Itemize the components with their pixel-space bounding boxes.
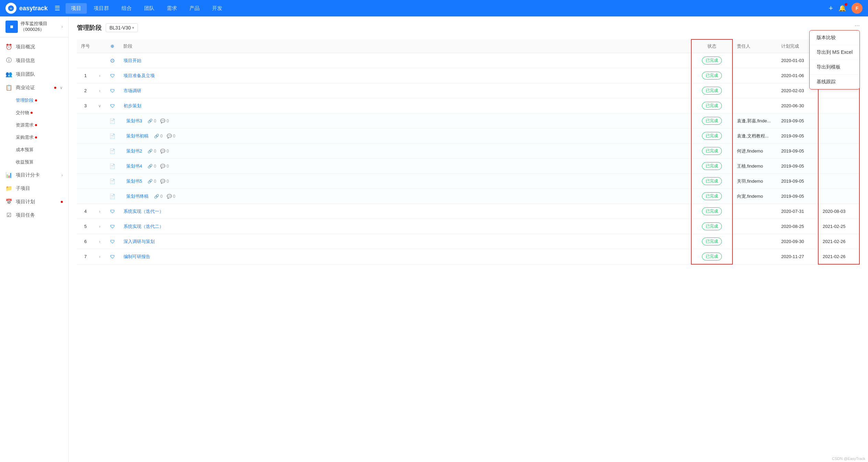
sidebar-sub-item-revenue[interactable]: 收益预算 — [0, 156, 68, 168]
sidebar-sub-item-resource[interactable]: 资源需求 — [0, 119, 68, 131]
cell-stage: 策划书3 🔗 0 💬 0 — [119, 113, 691, 129]
cell-planned: 2020-07-31 — [777, 204, 818, 219]
user-avatar[interactable]: F — [852, 3, 863, 14]
nav-item-requirements[interactable]: 需求 — [161, 3, 183, 14]
sidebar-sub-item-delivery[interactable]: 交付物 — [0, 107, 68, 119]
cell-version: 2020-08-03 — [818, 204, 859, 219]
sidebar-item-business[interactable]: 📋 商业论证 ∨ — [0, 81, 68, 94]
cell-expand: › — [94, 68, 105, 83]
add-button[interactable]: + — [829, 4, 833, 13]
cell-expand — [94, 113, 105, 129]
expand-icon[interactable]: › — [99, 88, 101, 93]
cell-status: 已完成 — [691, 129, 732, 144]
menu-item-version-compare[interactable]: 版本比较 — [810, 31, 859, 45]
status-badge: 已完成 — [702, 177, 722, 185]
shield-icon: 🛡 — [110, 103, 115, 109]
sidebar-item-plan[interactable]: 📅 项目计划 — [0, 195, 68, 208]
expand-icon[interactable]: › — [99, 239, 101, 244]
stage-name[interactable]: 系统实现（迭代二） — [124, 224, 164, 229]
menu-item-export-template[interactable]: 导出到模板 — [810, 60, 859, 75]
status-badge: 已完成 — [702, 102, 722, 110]
sidebar-label-tasks: 项目任务 — [16, 212, 63, 218]
cell-planned: 2019-09-05 — [777, 174, 818, 189]
stage-name[interactable]: 策划书5 — [124, 179, 142, 184]
nav-item-project[interactable]: 项目 — [66, 3, 87, 14]
nav-item-program[interactable]: 项目群 — [88, 3, 115, 14]
sidebar-item-info[interactable]: ⓘ 项目信息 — [0, 53, 68, 68]
expand-icon[interactable]: › — [99, 254, 101, 259]
sidebar-sub-item-purchase[interactable]: 采购需求 — [0, 131, 68, 144]
nav-item-product[interactable]: 产品 — [184, 3, 205, 14]
cell-status: 已完成 — [691, 159, 732, 174]
stage-name[interactable]: 初步策划 — [124, 103, 141, 108]
stage-name[interactable]: 项目准备及立项 — [124, 73, 155, 78]
cell-seq — [77, 159, 94, 174]
expand-icon[interactable]: › — [99, 209, 101, 214]
table-row: 1 › 🛡 项目准备及立项 已完成 2020-01-06 — [77, 68, 859, 83]
more-options-button[interactable]: ··· — [855, 22, 860, 29]
cell-status: 已完成 — [691, 98, 732, 113]
shield-icon: 🛡 — [110, 254, 115, 259]
expand-icon[interactable]: › — [99, 73, 101, 78]
stage-name[interactable]: 策划书终稿 — [124, 194, 149, 199]
cell-icon: 🛡 — [105, 98, 119, 113]
stage-selector-dropdown[interactable]: BL31-V30 ▾ — [106, 23, 138, 32]
attach-count: 0 — [154, 179, 156, 184]
cell-responsible — [732, 204, 777, 219]
logo[interactable]: easytrack — [5, 3, 48, 14]
sidebar-label-subproject: 子项目 — [16, 185, 63, 192]
sidebar-item-tasks[interactable]: ☑ 项目任务 — [0, 208, 68, 222]
stage-name[interactable]: 系统实现（迭代一） — [124, 209, 164, 214]
cell-responsible: 何进,findemo — [732, 144, 777, 159]
attach-icon: 🔗 — [148, 179, 153, 184]
table-row: 7 › 🛡 编制可研报告 已完成 2020-11-27 2021-02-26 — [77, 249, 859, 265]
attach-icon: 🔗 — [154, 134, 159, 138]
plan-dot — [61, 201, 63, 203]
cell-seq: 6 — [77, 234, 94, 249]
stage-name[interactable]: 策划书4 — [124, 163, 142, 169]
menu-item-baseline-track[interactable]: 基线跟踪 — [810, 75, 859, 89]
menu-item-export-excel[interactable]: 导出到 MS Excel — [810, 45, 859, 60]
cell-stage: 策划书5 🔗 0 💬 0 — [119, 174, 691, 189]
stage-name[interactable]: 策划书3 — [124, 118, 142, 123]
stage-name[interactable]: 编制可研报告 — [124, 254, 150, 259]
stage-name[interactable]: 市场调研 — [124, 88, 141, 93]
comment-count: 0 — [166, 179, 169, 184]
nav-item-team[interactable]: 团队 — [139, 3, 160, 14]
sidebar-item-subproject[interactable]: 📁 子项目 — [0, 182, 68, 195]
project-selector[interactable]: ■ 停车监控项目（000026） › — [0, 16, 68, 37]
sidebar-sub-label-resource: 资源需求 — [16, 122, 34, 128]
cell-planned: 2020-11-27 — [777, 249, 818, 265]
expand-icon[interactable]: › — [99, 224, 101, 229]
cell-version — [818, 189, 859, 204]
sidebar-item-team[interactable]: 👥 项目团队 — [0, 68, 68, 81]
comment-icon: 💬 — [160, 179, 165, 184]
col-header-stage: 阶段 — [119, 39, 691, 53]
nav-item-dev[interactable]: 开发 — [207, 3, 228, 14]
cell-seq — [77, 174, 94, 189]
collapse-icon[interactable]: ∨ — [98, 104, 101, 108]
cell-stage: 深入调研与策划 — [119, 234, 691, 249]
sidebar-item-scorecard[interactable]: 📊 项目计分卡 › — [0, 168, 68, 182]
stage-name[interactable]: 策划书初稿 — [124, 133, 149, 138]
cell-icon: 📄 — [105, 189, 119, 204]
comment-count: 0 — [166, 149, 169, 154]
table-row: 📄 策划书5 🔗 0 💬 0 已完成 关羽,findemo 2019-09-05 — [77, 174, 859, 189]
stage-name[interactable]: 深入调研与策划 — [124, 239, 155, 244]
hamburger-icon[interactable]: ☰ — [55, 4, 60, 12]
sidebar-label-info: 项目信息 — [16, 58, 63, 64]
cell-responsible — [732, 68, 777, 83]
status-badge: 已完成 — [702, 132, 722, 140]
status-badge: 已完成 — [702, 57, 722, 64]
table-row: 2 › 🛡 市场调研 已完成 2020-02-03 — [77, 83, 859, 98]
nav-item-portfolio[interactable]: 组合 — [116, 3, 137, 14]
stage-name[interactable]: 策划书2 — [124, 148, 142, 154]
sidebar-sub-item-stage[interactable]: 管理阶段 — [0, 94, 68, 107]
cell-responsible — [732, 249, 777, 265]
stage-name[interactable]: 项目开始 — [124, 58, 141, 63]
sidebar-item-overview[interactable]: ⏰ 项目概况 — [0, 40, 68, 53]
main-layout: ■ 停车监控项目（000026） › ⏰ 项目概况 ⓘ 项目信息 👥 项目团队 … — [0, 16, 868, 462]
notification-bell[interactable]: 🔔 — [838, 4, 846, 12]
sidebar-sub-item-cost[interactable]: 成本预算 — [0, 144, 68, 156]
project-name: 停车监控项目（000026） — [21, 21, 59, 33]
